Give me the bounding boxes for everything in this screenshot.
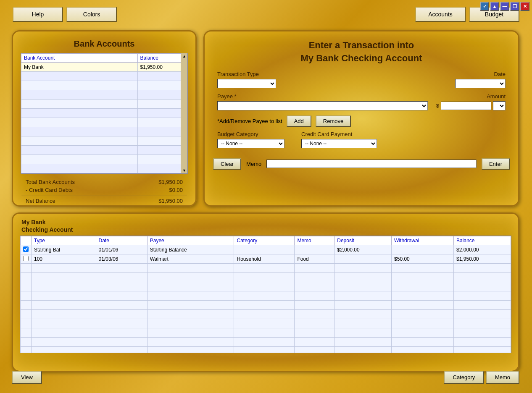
- table-row[interactable]: [21, 291, 511, 301]
- checkbox-cell[interactable]: [21, 319, 32, 328]
- restore-button[interactable]: ❐: [510, 2, 519, 11]
- checkbox-cell[interactable]: [21, 310, 32, 319]
- empty-cell: [392, 264, 454, 273]
- table-row[interactable]: [21, 273, 511, 282]
- empty-cell: [147, 264, 234, 273]
- checkbox-cell[interactable]: [21, 254, 32, 264]
- table-row[interactable]: [21, 109, 187, 118]
- table-row[interactable]: [21, 100, 187, 109]
- account-balance-cell[interactable]: [137, 72, 187, 81]
- empty-cell: [96, 310, 147, 319]
- table-row[interactable]: [21, 127, 187, 136]
- empty-cell: [32, 282, 96, 291]
- account-name-cell[interactable]: [21, 72, 138, 81]
- checkbox-cell[interactable]: [21, 273, 32, 282]
- table-row[interactable]: [21, 338, 511, 347]
- memo-bottom-button[interactable]: Memo: [486, 371, 519, 384]
- budget-category-select[interactable]: -- None --: [217, 139, 284, 148]
- amount-currency-select[interactable]: [493, 101, 506, 110]
- close-button[interactable]: ✕: [520, 2, 529, 11]
- account-balance-cell[interactable]: [137, 127, 187, 136]
- empty-cell: [96, 347, 147, 354]
- check-button[interactable]: ✓: [480, 2, 489, 11]
- row-checkbox[interactable]: [23, 246, 29, 252]
- accounts-scrollbar[interactable]: [181, 53, 187, 173]
- table-row[interactable]: [21, 328, 511, 338]
- table-row[interactable]: My Bank$1,950.00: [21, 63, 187, 72]
- checkbox-cell[interactable]: [21, 301, 32, 310]
- table-row[interactable]: [21, 72, 187, 81]
- table-row[interactable]: [21, 118, 187, 127]
- table-row[interactable]: [21, 164, 187, 173]
- account-name-cell[interactable]: [21, 136, 138, 146]
- credit-card-select[interactable]: -- None --: [301, 139, 377, 148]
- checkbox-cell[interactable]: [21, 328, 32, 338]
- ledger-table-container[interactable]: TypeDatePayeeCategoryMemoDepositWithdraw…: [20, 236, 511, 353]
- empty-cell: [334, 291, 392, 301]
- amount-input[interactable]: [441, 102, 491, 110]
- total-value: $1,950.00: [158, 179, 183, 185]
- checkbox-cell[interactable]: [21, 245, 32, 254]
- memo-input[interactable]: [266, 160, 477, 168]
- checkbox-cell[interactable]: [21, 338, 32, 347]
- minimize-button[interactable]: —: [500, 2, 509, 11]
- account-balance-cell[interactable]: [137, 164, 187, 173]
- table-row[interactable]: [21, 136, 187, 146]
- table-row[interactable]: 10001/03/06WalmartHouseholdFood$50.00$1,…: [21, 254, 511, 264]
- table-row[interactable]: [21, 90, 187, 100]
- category-button[interactable]: Category: [444, 371, 485, 384]
- account-name-cell[interactable]: [21, 118, 138, 127]
- account-name-cell[interactable]: [21, 164, 138, 173]
- clear-button[interactable]: Clear: [213, 158, 241, 170]
- transaction-type-label: Transaction Type: [217, 71, 276, 77]
- empty-cell: [295, 310, 334, 319]
- checkbox-cell[interactable]: [21, 347, 32, 354]
- account-balance-cell[interactable]: [137, 136, 187, 146]
- row-checkbox[interactable]: [23, 256, 29, 261]
- checkbox-cell[interactable]: [21, 291, 32, 301]
- date-select[interactable]: [455, 79, 506, 88]
- account-name-cell[interactable]: [21, 109, 138, 118]
- account-name-cell[interactable]: [21, 100, 138, 109]
- account-name-cell[interactable]: My Bank: [21, 63, 138, 72]
- account-balance-cell[interactable]: [137, 100, 187, 109]
- account-balance-cell[interactable]: [137, 155, 187, 164]
- account-balance-cell[interactable]: [137, 81, 187, 90]
- account-balance-cell[interactable]: [137, 118, 187, 127]
- enter-button[interactable]: Enter: [482, 158, 510, 170]
- empty-cell: [234, 310, 295, 319]
- account-name-cell[interactable]: [21, 81, 138, 90]
- table-row[interactable]: [21, 310, 511, 319]
- table-row[interactable]: [21, 155, 187, 164]
- view-button[interactable]: View: [12, 371, 42, 384]
- checkbox-cell[interactable]: [21, 264, 32, 273]
- table-row[interactable]: [21, 282, 511, 291]
- table-row[interactable]: [21, 146, 187, 155]
- table-row[interactable]: [21, 319, 511, 328]
- table-row[interactable]: Starting Bal01/01/06Starting Balance$2,0…: [21, 245, 511, 254]
- account-balance-cell[interactable]: [137, 146, 187, 155]
- remove-payee-button[interactable]: Remove: [316, 115, 351, 127]
- table-row[interactable]: [21, 301, 511, 310]
- account-name-cell[interactable]: [21, 146, 138, 155]
- help-button[interactable]: Help: [13, 7, 63, 22]
- colors-button[interactable]: Colors: [66, 7, 117, 22]
- accounts-button[interactable]: Accounts: [415, 7, 466, 22]
- account-name-cell[interactable]: [21, 127, 138, 136]
- table-row[interactable]: [21, 347, 511, 354]
- transaction-type-select[interactable]: Deposit Withdrawal Transfer: [217, 79, 276, 88]
- empty-cell: [32, 338, 96, 347]
- account-name-cell[interactable]: [21, 90, 138, 100]
- up-button[interactable]: ▲: [490, 2, 499, 11]
- account-balance-cell[interactable]: [137, 109, 187, 118]
- ledger-panel: My Bank Checking Account TypeDatePayeeCa…: [12, 212, 519, 372]
- checkbox-cell[interactable]: [21, 282, 32, 291]
- table-row[interactable]: [21, 81, 187, 90]
- account-name-cell[interactable]: [21, 155, 138, 164]
- add-payee-button[interactable]: Add: [287, 115, 311, 127]
- col-bank-account: Bank Account: [21, 54, 138, 63]
- account-balance-cell[interactable]: $1,950.00: [137, 63, 187, 72]
- table-row[interactable]: [21, 264, 511, 273]
- payee-select[interactable]: [217, 101, 428, 110]
- account-balance-cell[interactable]: [137, 90, 187, 100]
